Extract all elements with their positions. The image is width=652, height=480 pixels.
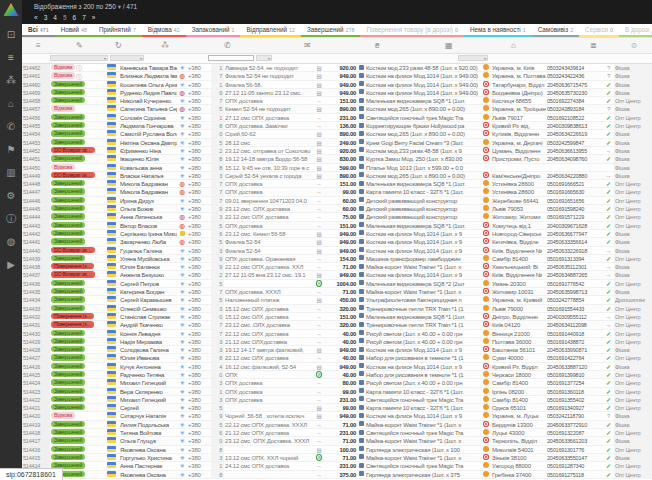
tracking-number[interactable]: 20450634220880 <box>546 172 603 179</box>
tracking-number[interactable]: 20450634887265 <box>546 271 603 278</box>
tracking-number[interactable]: 0501691301776 <box>546 446 603 453</box>
table-row[interactable]: 514428ЗавершенийСолодкова Галина✳+380319… <box>22 346 652 354</box>
table-row[interactable]: 514420ВідмоваСитарчук Наталія✳+3809Чорни… <box>22 412 652 420</box>
integrations-icon[interactable]: ◍ <box>0 230 22 253</box>
table-row[interactable]: 514455ЗавершенийЛюдмила Гончарова✳+3808О… <box>22 122 652 130</box>
tracking-number[interactable]: 0501692108522 <box>546 114 603 121</box>
table-row[interactable]: 514448ЗавершенийМикола Бадражан◎+3807ОПХ… <box>22 180 652 188</box>
status-tab[interactable]: В дорозі додому0 <box>619 24 652 37</box>
client-phone[interactable]: +380 <box>187 72 211 79</box>
status-tab[interactable]: Відмова42 <box>142 24 186 37</box>
column-payment-icon[interactable]: ₴ <box>375 41 379 50</box>
client-phone[interactable]: +380 <box>187 122 211 129</box>
tracking-number[interactable]: 20450634226619 <box>546 130 603 137</box>
status-tab[interactable]: Завершений278 <box>301 24 361 37</box>
table-row[interactable]: 514452DO Возврат ок…Єфименко Ніна✳+38022… <box>22 147 652 155</box>
tracking-number[interactable]: 20450633550147 <box>546 454 603 461</box>
table-row[interactable]: 514459ЗавершенийРуденко Лидия Павло◎+380… <box>22 89 652 97</box>
table-row[interactable]: 514413ЗавершенийЯковлева Оксана✳+3808→37… <box>22 471 652 479</box>
tracking-number[interactable]: 0501691422764 <box>546 354 603 361</box>
tracking-number[interactable]: 0501691355402 <box>546 396 603 403</box>
tracking-number[interactable]: 0501691651656 <box>546 197 603 204</box>
phone-filter-input[interactable] <box>208 55 254 61</box>
tracking-number[interactable]: 0503242599847 <box>546 139 603 146</box>
column-comment-icon[interactable]: ✉ <box>304 41 311 50</box>
page-size-caret-icon[interactable]: ▾ <box>118 3 121 10</box>
client-phone[interactable]: +380 <box>187 263 211 270</box>
dashboard-icon[interactable]: ⊡ <box>0 23 22 46</box>
tracking-number[interactable] <box>546 164 603 171</box>
client-phone[interactable]: +380 <box>187 205 211 212</box>
table-row[interactable]: 514450ВідмоваКовальова анна✳+380815.12. … <box>22 164 652 172</box>
client-phone[interactable]: +380 <box>187 437 211 444</box>
client-phone[interactable]: +380 <box>187 155 211 162</box>
tracking-number[interactable]: 0501691377254 <box>546 379 603 386</box>
client-phone[interactable]: +380 <box>187 180 211 187</box>
tracking-number[interactable]: 0501691340927 <box>546 404 603 411</box>
pager-page[interactable]: 7 <box>82 14 86 21</box>
pager-first-icon[interactable]: « <box>34 14 38 21</box>
table-row[interactable]: 514449DO Возврат ок…Власюк Наталья✳+3803… <box>22 172 652 180</box>
client-phone[interactable]: +380 <box>187 404 211 411</box>
client-phone[interactable]: +380 <box>187 280 211 287</box>
column-tracking-icon[interactable]: ≣ <box>590 41 597 50</box>
table-row[interactable]: 514451ЗавершенийІващенко Юлія✳+380819.12… <box>22 155 652 163</box>
client-phone[interactable]: +380 <box>187 338 211 345</box>
client-phone[interactable]: +380 <box>187 412 211 419</box>
client-phone[interactable]: +380 <box>187 396 211 403</box>
client-phone[interactable]: +380 <box>187 363 211 370</box>
client-phone[interactable]: +380 <box>187 288 211 295</box>
tracking-number[interactable]: 0501691554433 <box>546 305 603 312</box>
table-row[interactable]: 514453ЗавершенийНікітіна Оксана Дмитр✳+3… <box>22 139 652 147</box>
table-row[interactable]: 514456ЗавершенийСоломія Сідоніна✳+380127… <box>22 114 652 122</box>
table-row[interactable]: 514460ЗавершенийКошелева Ольга Арка✳+380… <box>22 81 652 89</box>
client-phone[interactable]: +380 <box>187 346 211 353</box>
tracking-number[interactable]: 20450636677947 <box>546 230 603 237</box>
tracking-number[interactable]: 0503243439614 <box>546 64 603 71</box>
tracking-number[interactable]: 20450633990871 <box>546 346 603 353</box>
client-phone[interactable]: +380 <box>187 164 211 171</box>
table-row[interactable]: 514424ЗавершенийМихаил Гилецкий✳+3803ОПХ… <box>22 379 652 387</box>
client-phone[interactable]: +380 <box>187 305 211 312</box>
status-tab[interactable]: Повернення товару (в дорозі)0 <box>360 24 463 37</box>
tracking-number[interactable]: 20450633887120 <box>546 363 603 370</box>
tracking-number[interactable]: 0501691440918 <box>546 330 603 337</box>
calls-filter-select[interactable]: ▾ <box>256 55 272 61</box>
client-phone[interactable]: +380 <box>187 454 211 461</box>
table-row[interactable]: 514425ЗавершенийРадченко Тетяна✳+3800ОПХ… <box>22 371 652 379</box>
tracking-number[interactable]: 20450636715475 <box>546 81 603 88</box>
column-status-icon[interactable]: ✎ <box>76 41 83 50</box>
table-row[interactable]: 514454ЗавершенийСамотій Руслана Воло✳+38… <box>22 130 652 138</box>
status-tab[interactable]: Відправлений12 <box>240 24 300 37</box>
column-order-id-icon[interactable]: ≡ <box>36 41 41 50</box>
table-row[interactable]: 514441ЗавершенийЗахарченко Люба◎+3805Фиа… <box>22 238 652 246</box>
campaigns-icon[interactable]: ⚑ <box>0 138 22 161</box>
table-row[interactable]: 514417ЗавершенийОльга Глущук✳+380023.12 … <box>22 437 652 445</box>
table-row[interactable]: 514458ЗавершенийНиколай Кучеренко✳+3807О… <box>22 97 652 105</box>
table-row[interactable]: 514433ЗавершенийОлексій Семашко✳+380315.… <box>22 305 652 313</box>
tracking-number[interactable]: 20450633226918 <box>546 247 603 254</box>
tracking-number[interactable]: 0501691275118 <box>546 471 603 478</box>
column-manager-icon[interactable]: ☺ <box>630 41 638 50</box>
client-phone[interactable]: +380 <box>187 421 211 428</box>
client-phone[interactable]: +380 <box>187 222 211 229</box>
table-row[interactable]: 514443ЗавершенийВіктор Власов◎+3805ОПХ д… <box>22 222 652 230</box>
flag-filter-select[interactable]: ▾ <box>110 55 144 61</box>
table-row[interactable]: 514422ЗавершенийМихаил Гилецкий✳+3803ОПХ… <box>22 396 652 404</box>
client-phone[interactable]: +380 <box>187 247 211 254</box>
client-phone[interactable]: +380 <box>187 354 211 361</box>
client-phone[interactable]: +380 <box>187 139 211 146</box>
column-refresh-icon[interactable]: ↻ <box>115 41 122 50</box>
table-row[interactable]: 514414ЗавершенийАнна Пастернак✳+380124.1… <box>22 462 652 470</box>
tracking-number[interactable]: 20450633772910 <box>546 421 603 428</box>
client-phone[interactable]: +380 <box>187 271 211 278</box>
tracking-number[interactable]: 0501691776542 <box>546 280 603 287</box>
client-phone[interactable]: +380 <box>187 197 211 204</box>
tracking-number[interactable]: 20400309671628 <box>546 222 603 229</box>
tracking-number[interactable]: 0501691598240 <box>546 205 603 212</box>
client-phone[interactable]: +380 <box>187 89 211 96</box>
clients-icon[interactable]: ⁂ <box>0 69 22 92</box>
client-phone[interactable]: +380 <box>187 188 211 195</box>
table-row[interactable]: 514457ВідмоваСапегина Татьяна Сер◎+3805К… <box>22 105 652 113</box>
table-row[interactable]: 514426ЗавершенийКучук Антонина✳+380416.1… <box>22 363 652 371</box>
